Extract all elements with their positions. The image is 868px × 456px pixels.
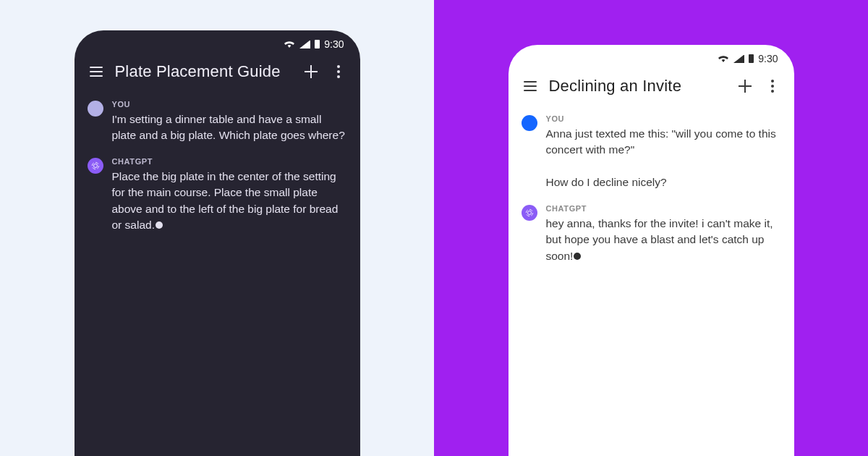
message-text: I'm setting a dinner table and have a sm… — [112, 111, 347, 144]
typing-cursor-icon — [574, 253, 581, 260]
assistant-text: Place the big plate in the center of the… — [112, 170, 339, 231]
battery-icon — [749, 54, 754, 63]
phone-dark: 9:30 Plate Placement Guide YOU I'm setti… — [75, 30, 360, 456]
svg-point-1 — [527, 211, 531, 214]
sender-label: CHATGPT — [112, 157, 347, 166]
message-user: YOU Anna just texted me this: "will you … — [522, 114, 781, 191]
typing-cursor-icon — [156, 221, 163, 229]
wifi-icon — [284, 38, 295, 50]
new-chat-button[interactable] — [736, 77, 754, 95]
assistant-avatar — [522, 205, 537, 221]
message-assistant: CHATGPT Place the big plate in the cente… — [88, 157, 347, 234]
wifi-icon — [718, 53, 729, 64]
overflow-menu-button[interactable] — [330, 63, 347, 80]
message-text: hey anna, thanks for the invite! i can't… — [546, 216, 781, 264]
assistant-avatar — [88, 158, 103, 174]
user-avatar — [522, 115, 537, 131]
status-bar: 9:30 — [75, 30, 360, 52]
svg-point-0 — [93, 164, 97, 167]
chat-scroll[interactable]: YOU I'm setting a dinner table and have … — [75, 88, 360, 234]
message-text: Place the big plate in the center of the… — [112, 169, 347, 234]
chat-scroll[interactable]: YOU Anna just texted me this: "will you … — [509, 103, 794, 264]
message-assistant: CHATGPT hey anna, thanks for the invite!… — [522, 204, 781, 264]
stage: 9:30 Plate Placement Guide YOU I'm setti… — [0, 0, 868, 456]
plus-icon — [305, 65, 318, 78]
plus-icon — [739, 80, 752, 93]
app-bar: Declining an Invite — [509, 67, 794, 103]
message-user: YOU I'm setting a dinner table and have … — [88, 100, 347, 144]
user-avatar — [88, 101, 103, 117]
left-panel: 9:30 Plate Placement Guide YOU I'm setti… — [0, 0, 434, 456]
new-chat-button[interactable] — [302, 63, 320, 80]
cellular-icon — [733, 54, 744, 63]
status-time: 9:30 — [324, 38, 344, 50]
menu-icon[interactable] — [88, 63, 105, 80]
sender-label: YOU — [112, 100, 347, 109]
phone-light: 9:30 Declining an Invite YOU Anna just t… — [509, 45, 794, 456]
menu-icon[interactable] — [522, 77, 539, 95]
cellular-icon — [299, 40, 310, 48]
sender-label: YOU — [546, 114, 781, 123]
sender-label: CHATGPT — [546, 204, 781, 213]
conversation-title: Declining an Invite — [549, 77, 726, 96]
overflow-menu-button[interactable] — [764, 77, 781, 95]
message-text: Anna just texted me this: "will you come… — [546, 126, 781, 191]
app-bar: Plate Placement Guide — [75, 52, 360, 88]
right-panel: 9:30 Declining an Invite YOU Anna just t… — [434, 0, 868, 456]
conversation-title: Plate Placement Guide — [115, 62, 292, 81]
battery-icon — [315, 40, 320, 48]
status-bar: 9:30 — [509, 45, 794, 67]
status-time: 9:30 — [758, 53, 778, 64]
